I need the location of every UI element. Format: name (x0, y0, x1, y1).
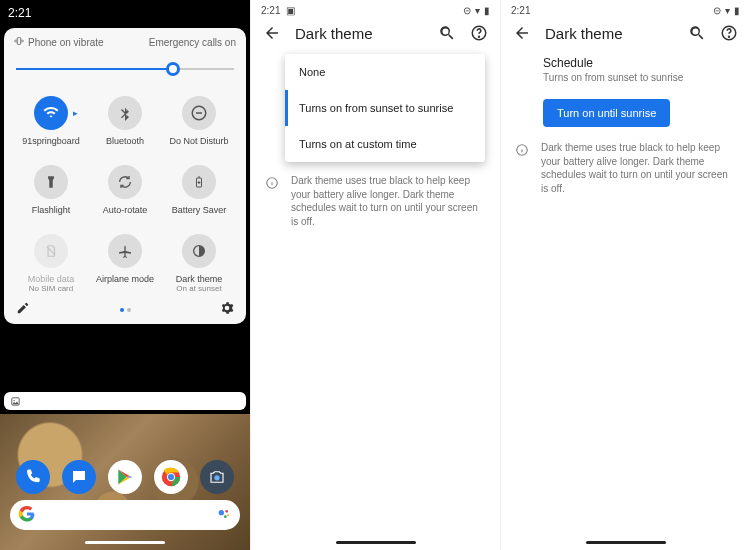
tile-flashlight[interactable]: Flashlight (14, 157, 88, 222)
phone-app-icon[interactable] (16, 460, 50, 494)
screenshot-status-icon: ▣ (286, 5, 295, 16)
svg-point-9 (214, 475, 219, 480)
dock (0, 460, 250, 494)
svg-point-15 (479, 36, 480, 37)
edit-button[interactable] (16, 301, 30, 318)
option-sunset-sunrise[interactable]: Turns on from sunset to sunrise (285, 90, 485, 126)
tile-battery-saver[interactable]: Battery Saver (162, 157, 236, 222)
tile-dark-theme[interactable]: Dark theme On at sunset (162, 226, 236, 300)
qs-status-left: Phone on vibrate (28, 37, 104, 48)
dnd-status-icon: ⊝ (463, 5, 471, 16)
info-icon (265, 176, 281, 228)
tile-mobile-data[interactable]: Mobile data No SIM card (14, 226, 88, 300)
svg-point-11 (225, 510, 228, 513)
info-text: Dark theme uses true black to help keep … (541, 141, 736, 195)
google-g-icon (18, 505, 36, 526)
tile-airplane[interactable]: Airplane mode (88, 226, 162, 300)
search-button[interactable] (438, 24, 456, 42)
tile-dnd[interactable]: Do Not Disturb (162, 88, 236, 153)
airplane-icon (108, 234, 142, 268)
page-title: Dark theme (295, 25, 424, 42)
battery-status-icon: ▮ (484, 5, 490, 16)
help-button[interactable] (470, 24, 488, 42)
tile-bluetooth[interactable]: Bluetooth (88, 88, 162, 153)
quick-settings-card: Phone on vibrate Emergency calls on ▸ 91… (4, 28, 246, 324)
svg-rect-0 (17, 38, 20, 45)
messages-app-icon[interactable] (62, 460, 96, 494)
svg-point-8 (168, 474, 174, 480)
schedule-value: Turns on from sunset to sunrise (543, 72, 734, 83)
settings-button[interactable] (220, 301, 234, 318)
schedule-dropdown: None Turns on from sunset to sunrise Tur… (285, 54, 485, 162)
camera-app-icon[interactable] (200, 460, 234, 494)
search-button[interactable] (688, 24, 706, 42)
assistant-icon (216, 506, 232, 525)
help-button[interactable] (720, 24, 738, 42)
dark-theme-page-dropdown: 2:21 ▣ ⊝ ▾ ▮ Dark theme None Turns on fr… (250, 0, 500, 550)
info-icon (515, 143, 531, 195)
tile-autorotate[interactable]: Auto-rotate (88, 157, 162, 222)
flashlight-icon (34, 165, 68, 199)
svg-point-18 (729, 36, 730, 37)
option-none[interactable]: None (285, 54, 485, 90)
turn-on-button[interactable]: Turn on until sunrise (543, 99, 670, 127)
bluetooth-icon (108, 96, 142, 130)
quick-settings-panel: 2:21 Phone on vibrate Emergency calls on… (0, 0, 250, 550)
status-icons: ⊝ ▾ ▮ (463, 5, 490, 16)
play-store-icon[interactable] (108, 460, 142, 494)
chevron-right-icon: ▸ (73, 108, 78, 118)
status-clock: 2:21 (261, 5, 280, 16)
svg-point-10 (219, 510, 224, 515)
search-bar[interactable] (10, 500, 240, 530)
status-icons: ⊝ ▾ ▮ (713, 5, 740, 16)
nav-handle[interactable] (336, 541, 416, 544)
back-button[interactable] (263, 24, 281, 42)
svg-point-12 (227, 514, 229, 516)
battery-status-icon: ▮ (734, 5, 740, 16)
tile-wifi[interactable]: ▸ 91springboard (14, 88, 88, 153)
dnd-status-icon: ⊝ (713, 5, 721, 16)
brightness-slider[interactable] (16, 58, 234, 80)
info-text: Dark theme uses true black to help keep … (291, 174, 486, 228)
status-clock: 2:21 (511, 5, 530, 16)
battery-saver-icon (182, 165, 216, 199)
screenshot-icon (10, 396, 21, 407)
status-clock: 2:21 (8, 6, 31, 20)
sim-icon (34, 234, 68, 268)
notification-handle[interactable] (4, 392, 246, 410)
wifi-status-icon: ▾ (475, 5, 480, 16)
svg-point-13 (224, 515, 227, 518)
vibrate-icon (14, 36, 24, 48)
schedule-row[interactable]: Schedule (543, 56, 734, 70)
dark-theme-icon (182, 234, 216, 268)
option-custom-time[interactable]: Turns on at custom time (285, 126, 485, 162)
svg-point-5 (13, 399, 14, 400)
wifi-icon: ▸ (34, 96, 68, 130)
chrome-app-icon[interactable] (154, 460, 188, 494)
autorotate-icon (108, 165, 142, 199)
dnd-icon (182, 96, 216, 130)
page-title: Dark theme (545, 25, 674, 42)
qs-status-right: Emergency calls on (149, 37, 236, 48)
dark-theme-page: 2:21 ⊝ ▾ ▮ Dark theme Schedule Turns on … (500, 0, 750, 550)
nav-handle[interactable] (85, 541, 165, 544)
page-indicator (120, 308, 131, 312)
nav-handle[interactable] (586, 541, 666, 544)
wifi-status-icon: ▾ (725, 5, 730, 16)
back-button[interactable] (513, 24, 531, 42)
